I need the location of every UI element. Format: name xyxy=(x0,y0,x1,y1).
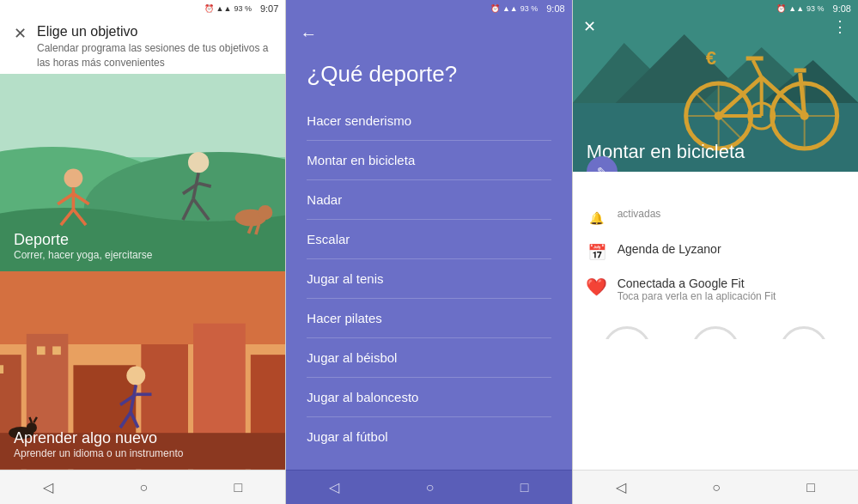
stat-circle-0: 0/1 xyxy=(603,326,651,339)
sport-question: ¿Qué deporte? xyxy=(286,51,571,101)
card-learn[interactable]: Aprender algo nuevo Aprender un idioma o… xyxy=(0,271,285,470)
activated-row: 🔔 activadas xyxy=(587,208,844,228)
card-sport[interactable]: Deporte Correr, hacer yoga, ejercitarse xyxy=(0,74,285,272)
nav-square-3[interactable]: □ xyxy=(793,477,829,499)
nav-back-3[interactable]: ◁ xyxy=(602,476,640,499)
signal-icon: ▲▲ xyxy=(216,4,232,13)
stat-0: 0/1 15 may. xyxy=(587,326,668,339)
time-2: 9:08 xyxy=(546,3,564,14)
fit-title: Conectada a Google Fit xyxy=(618,276,776,290)
header-image: € ✕ ⋮ Montar en bicicleta ✎ xyxy=(573,0,858,172)
goal-title: Elige un objetivo xyxy=(37,24,271,39)
status-icons-1: ⏰ ▲▲ 93 % xyxy=(204,4,252,13)
nav-home-1[interactable]: ○ xyxy=(125,477,161,499)
calendar-label: Agenda de Lyzanor xyxy=(618,242,721,256)
status-bar-2: ⏰ ▲▲ 93 % 9:08 xyxy=(286,0,571,17)
calendar-row: 📅 Agenda de Lyzanor xyxy=(587,242,844,263)
fit-row[interactable]: ❤️ Conectada a Google Fit Toca para verl… xyxy=(587,276,844,302)
sport-list: Hacer senderismo Montar en bicicleta Nad… xyxy=(286,101,571,470)
status-bar-3: ⏰ ▲▲ 93 % 9:08 xyxy=(573,0,858,17)
signal-icon-3: ▲▲ xyxy=(788,4,804,13)
goal-subtitle: Calendar programa las sesiones de tus ob… xyxy=(37,41,271,70)
svg-point-14 xyxy=(64,168,82,187)
battery-text-3: 93 % xyxy=(806,4,825,13)
close-button-3[interactable]: ✕ xyxy=(583,17,596,36)
signal-icon-2: ▲▲ xyxy=(502,4,518,13)
status-icons-2: ⏰ ▲▲ 93 % xyxy=(490,4,538,13)
panel-sports: ⏰ ▲▲ 93 % 9:08 ← ¿Qué deporte? Hacer sen… xyxy=(286,0,571,504)
menu-button[interactable]: ⋮ xyxy=(832,17,848,36)
spacer xyxy=(573,339,858,471)
sport-item-3[interactable]: Escalar xyxy=(307,220,551,259)
svg-point-4 xyxy=(188,152,209,173)
nav-home-2[interactable]: ○ xyxy=(412,477,448,499)
panel-bike: ⏰ ▲▲ 93 % 9:08 xyxy=(573,0,858,504)
panel1-header: ✕ Elige un objetivo Calendar programa la… xyxy=(0,17,285,74)
fit-info: Conectada a Google Fit Toca para verla e… xyxy=(618,276,776,302)
calendar-icon: 📅 xyxy=(587,242,607,263)
sport-title: Deporte xyxy=(14,231,152,249)
svg-point-33 xyxy=(126,367,145,386)
learn-title: Aprender algo nuevo xyxy=(14,429,183,447)
panel3-body: 🔔 activadas 📅 Agenda de Lyzanor ❤️ Conec… xyxy=(573,184,858,339)
panel-goals: ⏰ ▲▲ 93 % 9:07 ✕ Elige un objetivo Calen… xyxy=(0,0,285,504)
sport-item-1[interactable]: Montar en bicicleta xyxy=(307,141,551,180)
time-3: 9:08 xyxy=(833,3,851,14)
bottom-nav-1: ◁ ○ □ xyxy=(0,470,285,504)
card-learn-label: Aprender algo nuevo Aprender un idioma o… xyxy=(14,429,183,459)
sport-item-2[interactable]: Nadar xyxy=(307,180,551,220)
close-button-1[interactable]: ✕ xyxy=(14,26,27,41)
sport-item-0[interactable]: Hacer senderismo xyxy=(307,101,551,141)
heart-icon: ❤️ xyxy=(587,276,607,297)
sport-item-5[interactable]: Hacer pilates xyxy=(307,299,551,338)
stat-circle-1: 0/1 xyxy=(691,326,739,339)
alarm-icon-2: ⏰ xyxy=(490,4,500,13)
activated-label: activadas xyxy=(618,208,661,220)
card-list: Deporte Correr, hacer yoga, ejercitarse xyxy=(0,74,285,470)
bottom-nav-3: ◁ ○ □ xyxy=(573,470,858,504)
svg-rect-32 xyxy=(52,347,61,355)
stats-row: 0/1 15 may. 0/1 La semana pasada 0/1 Est… xyxy=(587,316,844,339)
nav-square-2[interactable]: □ xyxy=(507,477,543,499)
panel3-top-bar: ✕ ⋮ xyxy=(573,17,858,36)
nav-back-1[interactable]: ◁ xyxy=(29,476,67,499)
svg-rect-1 xyxy=(0,74,285,157)
sport-item-8[interactable]: Jugar al fútbol xyxy=(307,417,551,456)
stat-1: 0/1 La semana pasada xyxy=(674,326,756,339)
sport-subtitle: Correr, hacer yoga, ejercitarse xyxy=(14,249,152,261)
nav-back-2[interactable]: ◁ xyxy=(315,476,353,499)
status-bar-1: ⏰ ▲▲ 93 % 9:07 xyxy=(0,0,285,17)
bottom-nav-2: ◁ ○ □ xyxy=(286,470,571,504)
stat-2: 0/1 Esta semana xyxy=(763,326,844,339)
stat-circle-2: 0/1 xyxy=(780,326,828,339)
learn-subtitle: Aprender un idioma o un instrumento xyxy=(14,447,183,459)
title-block-1: Elige un objetivo Calendar programa las … xyxy=(37,24,271,70)
time-1: 9:07 xyxy=(260,3,278,14)
fit-sub: Toca para verla en la aplicación Fit xyxy=(618,290,776,302)
svg-rect-31 xyxy=(37,347,46,355)
svg-text:€: € xyxy=(705,47,715,69)
back-button[interactable]: ← xyxy=(286,17,571,51)
notif-icon: 🔔 xyxy=(587,208,607,228)
svg-rect-29 xyxy=(0,366,3,374)
sport-item-7[interactable]: Jugar al baloncesto xyxy=(307,378,551,417)
nav-home-3[interactable]: ○ xyxy=(698,477,734,499)
battery-text-2: 93 % xyxy=(520,4,539,13)
battery-text-1: 93 % xyxy=(234,4,252,13)
sport-item-6[interactable]: Jugar al béisbol xyxy=(307,338,551,378)
alarm-icon: ⏰ xyxy=(204,4,214,13)
nav-square-1[interactable]: □ xyxy=(220,477,256,499)
card-sport-label: Deporte Correr, hacer yoga, ejercitarse xyxy=(14,231,152,261)
svg-point-11 xyxy=(258,205,272,220)
sport-item-4[interactable]: Jugar al tenis xyxy=(307,259,551,299)
status-icons-3: ⏰ ▲▲ 93 % xyxy=(776,4,824,13)
alarm-icon-3: ⏰ xyxy=(776,4,786,13)
